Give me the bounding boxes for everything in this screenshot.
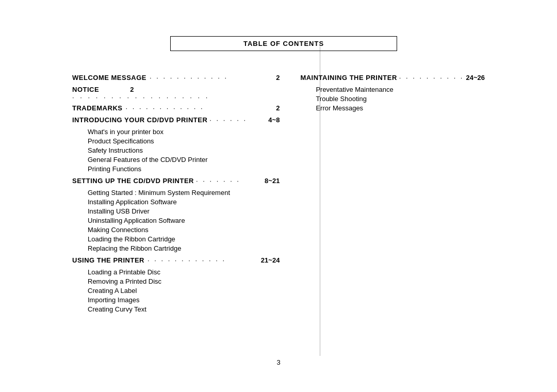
setting-up-page: 8~21 [265,177,280,185]
using-sub-1: Loading a Printable Disc [72,268,280,276]
welcome-title: WELCOME MESSAGE [72,74,146,81]
using-sub-3: Creating A Label [72,287,280,295]
maintaining-page: 24~26 [466,74,485,81]
using-title: USING THE PRINTER [72,256,144,264]
introducing-sub-1: What's in your printer box [72,128,280,136]
toc-entry-setting-up: SETTING UP THE CD/DVD PRINTER · · · · · … [72,177,280,186]
introducing-page: 4~8 [268,116,280,124]
toc-header-box: TABLE OF CONTENTS [170,36,397,51]
introducing-sub-3: Safety Instructions [72,146,280,154]
using-page: 21~24 [261,256,280,264]
toc-entry-trademarks: TRADEMARKS · · · · · · · · · · · · 2 [72,104,280,113]
toc-entry-notice: NOTICE 2 [72,86,280,93]
maintaining-sub-3: Error Messages [300,104,485,112]
introducing-title: INTRODUCING YOUR CD/DVD PRINTER [72,116,207,124]
maintaining-sub-1: Preventative Maintenance [300,86,485,93]
page-divider [320,46,320,356]
setting-sub-5: Making Connections [72,226,280,234]
right-column: MAINTAINING THE PRINTER · · · · · · · · … [300,74,485,315]
introducing-sub-5: Printing Functions [72,165,280,173]
notice-title: NOTICE [72,86,99,93]
page-number: 3 [276,358,280,366]
page-container: TABLE OF CONTENTS WELCOME MESSAGE · · · … [46,15,511,377]
setting-sub-3: Installing USB Driver [72,207,280,215]
setting-up-title: SETTING UP THE CD/DVD PRINTER [72,177,194,185]
trademarks-page: 2 [276,104,280,112]
trademarks-title: TRADEMARKS [72,104,122,112]
notice-page: 2 [130,86,134,93]
maintaining-title: MAINTAINING THE PRINTER [300,74,397,81]
setting-sub-7: Replacing the Ribbon Cartridge [72,244,280,252]
toc-entry-maintaining: MAINTAINING THE PRINTER · · · · · · · · … [300,74,485,83]
setting-sub-2: Installing Application Software [72,198,280,206]
toc-title: TABLE OF CONTENTS [243,40,324,47]
introducing-sub-2: Product Specifications [72,137,280,145]
using-sub-2: Removing a Printed Disc [72,277,280,285]
left-column: WELCOME MESSAGE · · · · · · · · · · · · … [72,74,280,315]
setting-sub-6: Loading the Ribbon Cartridge [72,235,280,243]
toc-entry-welcome: WELCOME MESSAGE · · · · · · · · · · · · … [72,74,280,83]
introducing-sub-4: General Features of the CD/DVD Printer [72,156,280,164]
setting-sub-4: Uninstalling Application Software [72,217,280,224]
toc-entry-using: USING THE PRINTER · · · · · · · · · · · … [72,256,280,265]
maintaining-sub-2: Trouble Shooting [300,95,485,103]
welcome-page: 2 [276,74,280,81]
setting-sub-1: Getting Started : Minimum System Require… [72,189,280,197]
toc-entry-introducing: INTRODUCING YOUR CD/DVD PRINTER · · · · … [72,116,280,125]
using-sub-5: Creating Curvy Text [72,305,280,313]
using-sub-4: Importing Images [72,296,280,304]
